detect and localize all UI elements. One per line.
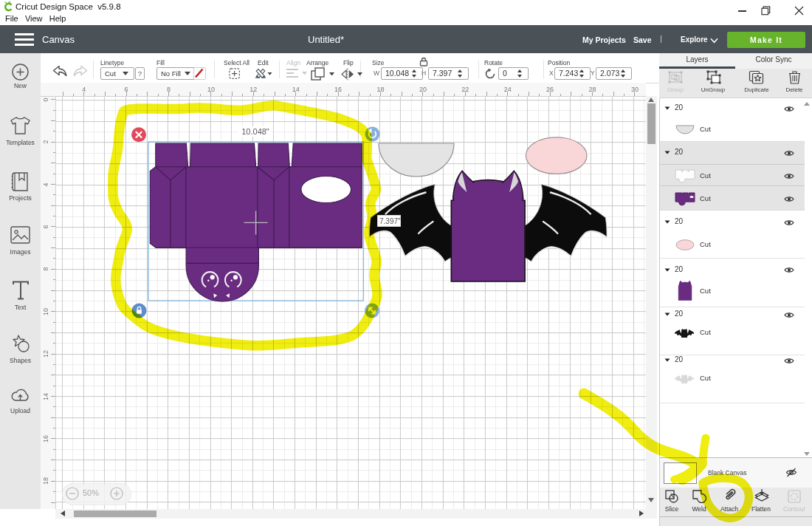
svg-text:7.397": 7.397" xyxy=(379,217,401,225)
svg-text:10.048": 10.048" xyxy=(241,127,269,136)
